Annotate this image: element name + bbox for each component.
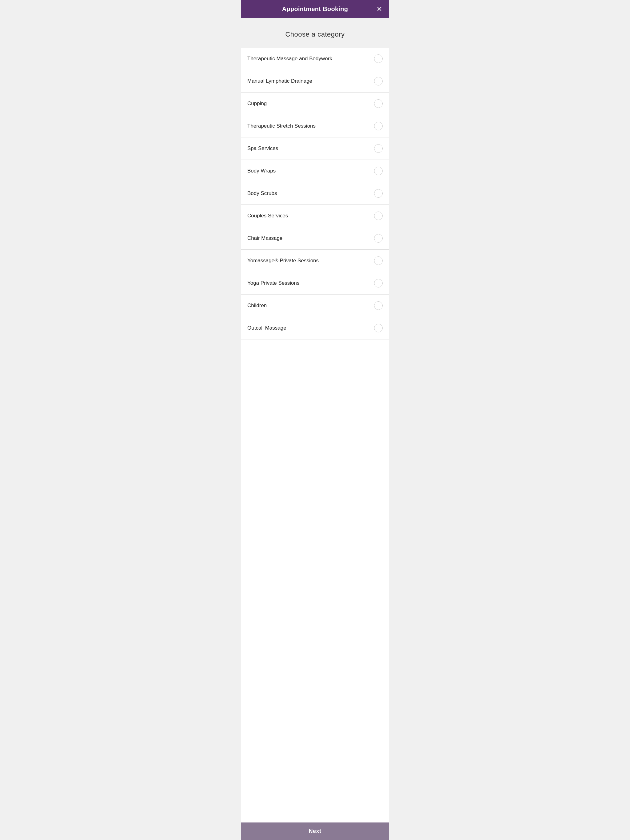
category-label: Body Wraps: [247, 168, 275, 174]
radio-circle: [374, 99, 383, 108]
radio-circle: [374, 189, 383, 198]
radio-circle: [374, 122, 383, 130]
list-item[interactable]: Couples Services: [241, 205, 389, 227]
radio-circle: [374, 234, 383, 243]
close-button[interactable]: ✕: [375, 5, 383, 14]
category-label: Cupping: [247, 101, 267, 107]
category-label: Children: [247, 303, 267, 309]
app-header: Appointment Booking ✕: [241, 0, 389, 18]
list-item[interactable]: Body Wraps: [241, 160, 389, 182]
list-item[interactable]: Yoga Private Sessions: [241, 272, 389, 295]
list-item[interactable]: Yomassage® Private Sessions: [241, 249, 389, 272]
category-label: Therapeutic Massage and Bodywork: [247, 56, 332, 62]
list-item[interactable]: Outcall Massage: [241, 317, 389, 339]
category-label: Manual Lymphatic Drainage: [247, 78, 312, 84]
list-item[interactable]: Cupping: [241, 93, 389, 115]
radio-circle: [374, 54, 383, 63]
category-label: Spa Services: [247, 145, 278, 152]
radio-circle: [374, 77, 383, 85]
category-label: Therapeutic Stretch Sessions: [247, 123, 316, 129]
category-label: Yoga Private Sessions: [247, 280, 299, 286]
next-button[interactable]: Next: [247, 828, 383, 834]
radio-circle: [374, 144, 383, 153]
category-label: Chair Massage: [247, 235, 282, 242]
header-title: Appointment Booking: [282, 6, 348, 13]
footer: Next: [241, 823, 389, 840]
subtitle-area: Choose a category: [241, 18, 389, 47]
radio-circle: [374, 301, 383, 310]
radio-circle: [374, 256, 383, 265]
list-item[interactable]: Chair Massage: [241, 227, 389, 249]
list-item[interactable]: Therapeutic Massage and Bodywork: [241, 47, 389, 70]
list-item[interactable]: Therapeutic Stretch Sessions: [241, 115, 389, 137]
category-label: Body Scrubs: [247, 190, 277, 196]
list-item[interactable]: Spa Services: [241, 137, 389, 160]
page-subtitle: Choose a category: [247, 30, 383, 38]
list-item[interactable]: Children: [241, 295, 389, 317]
radio-circle: [374, 279, 383, 287]
list-item[interactable]: Body Scrubs: [241, 182, 389, 205]
category-label: Yomassage® Private Sessions: [247, 257, 319, 264]
radio-circle: [374, 167, 383, 175]
category-label: Couples Services: [247, 213, 288, 219]
category-label: Outcall Massage: [247, 325, 287, 331]
radio-circle: [374, 212, 383, 220]
radio-circle: [374, 324, 383, 332]
list-item[interactable]: Manual Lymphatic Drainage: [241, 70, 389, 93]
category-list: Therapeutic Massage and BodyworkManual L…: [241, 47, 389, 823]
